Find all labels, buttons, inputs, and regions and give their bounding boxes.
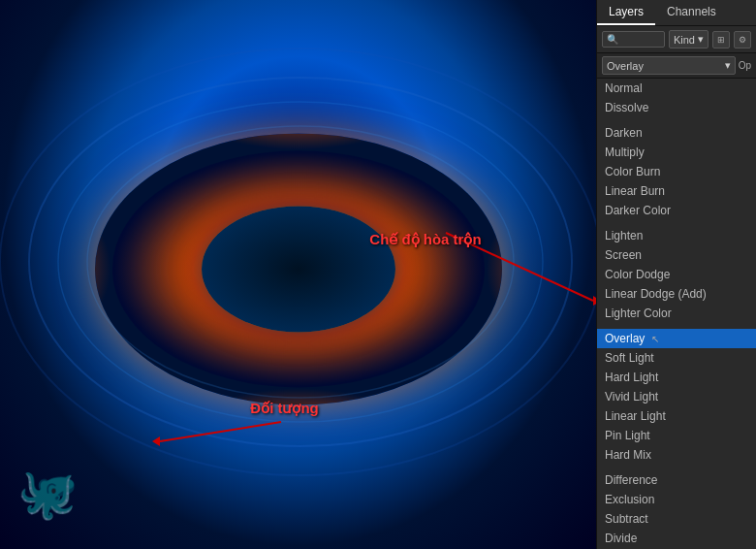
blend-item-linear-light[interactable]: Linear Light <box>597 406 756 426</box>
canvas-image: 🐙 Chế độ hòa trộn Đối tượng <box>0 0 596 549</box>
blend-item-normal[interactable]: Normal <box>597 79 756 98</box>
canvas-area: 🐙 Chế độ hòa trộn Đối tượng <box>0 0 596 549</box>
blend-item-darker-color[interactable]: Darker Color <box>597 201 756 220</box>
blend-mode-list[interactable]: Normal Dissolve Darken Multiply Color Bu… <box>597 79 756 549</box>
blend-item-pin-light[interactable]: Pin Light <box>597 426 756 445</box>
blend-item-difference[interactable]: Difference <box>597 470 756 490</box>
blend-item-linear-dodge[interactable]: Linear Dodge (Add) <box>597 284 756 304</box>
blend-item-vivid-light[interactable]: Vivid Light <box>597 387 756 406</box>
chevron-down-icon-blend: ▾ <box>725 59 731 72</box>
blend-item-subtract[interactable]: Subtract <box>597 509 756 529</box>
tab-channels[interactable]: Channels <box>655 0 728 25</box>
blend-item-screen[interactable]: Screen <box>597 245 756 265</box>
filter-icon-btn[interactable]: ⊞ <box>712 31 730 48</box>
blend-item-color-burn[interactable]: Color Burn <box>597 162 756 181</box>
kind-dropdown[interactable]: Kind ▾ <box>669 30 709 48</box>
blend-item-multiply[interactable]: Multiply <box>597 143 756 162</box>
blend-item-dissolve[interactable]: Dissolve <box>597 98 756 117</box>
blend-item-hard-mix[interactable]: Hard Mix <box>597 445 756 465</box>
tab-layers[interactable]: Layers <box>597 0 655 25</box>
search-bar: 🔍 Kind ▾ ⊞ ⚙ <box>597 26 756 53</box>
blend-mode-dropdown[interactable]: Overlay ▾ <box>602 56 736 75</box>
blend-item-divide[interactable]: Divide <box>597 529 756 548</box>
search-icon: 🔍 <box>607 34 618 45</box>
blend-mode-row: Overlay ▾ Op <box>597 53 756 79</box>
chevron-down-icon: ▾ <box>698 33 704 46</box>
layers-panel: Layers Channels 🔍 Kind ▾ ⊞ ⚙ Overlay ▾ O… <box>596 0 756 549</box>
blend-item-lighten[interactable]: Lighten <box>597 226 756 245</box>
blend-item-lighter-color[interactable]: Lighter Color <box>597 304 756 323</box>
svg-marker-7 <box>152 436 160 446</box>
annotation-object: Đối tượng <box>250 400 319 417</box>
blend-item-exclusion[interactable]: Exclusion <box>597 490 756 509</box>
search-box[interactable]: 🔍 <box>602 31 665 48</box>
octopus-visual: 🐙 <box>17 466 78 522</box>
blend-item-linear-burn[interactable]: Linear Burn <box>597 181 756 201</box>
svg-marker-5 <box>593 296 596 306</box>
panel-tabs: Layers Channels <box>597 0 756 26</box>
settings-icon-btn[interactable]: ⚙ <box>734 31 751 48</box>
blend-item-darken[interactable]: Darken <box>597 123 756 143</box>
svg-line-6 <box>160 422 281 441</box>
annotation-blend-mode: Chế độ hòa trộn <box>369 231 481 248</box>
opacity-label: Op <box>739 60 751 71</box>
blend-item-color-dodge[interactable]: Color Dodge <box>597 265 756 284</box>
blend-item-hard-light[interactable]: Hard Light <box>597 368 756 387</box>
blend-item-overlay[interactable]: Overlay ↖ <box>597 329 756 348</box>
blend-item-soft-light[interactable]: Soft Light <box>597 348 756 368</box>
cursor-hint: ↖ <box>651 334 659 344</box>
city-ring-visual <box>95 133 502 404</box>
